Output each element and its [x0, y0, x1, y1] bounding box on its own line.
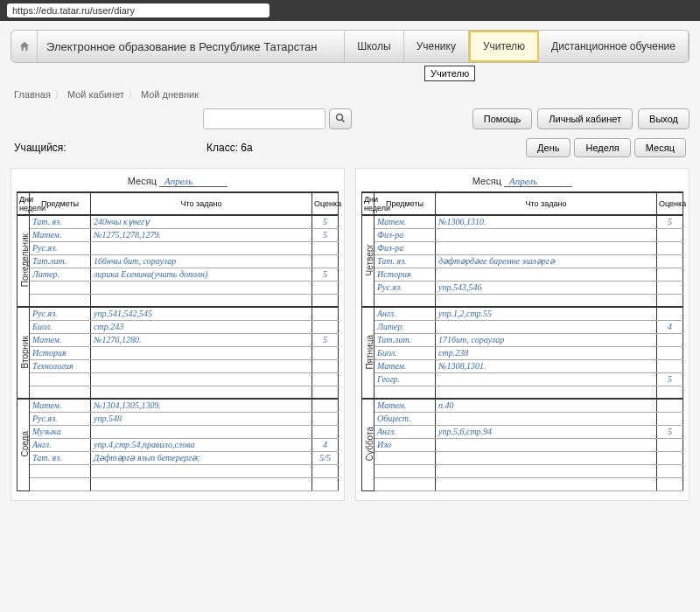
table-row: История: [18, 346, 339, 359]
table-row: Физ-ра: [362, 241, 683, 254]
grade-cell: [657, 294, 683, 307]
view-week-button[interactable]: Неделя: [574, 138, 630, 157]
grade-cell: [657, 359, 683, 372]
month-value: Апрель: [159, 176, 228, 187]
subject-cell: Рус.яз.: [374, 281, 436, 294]
subject-cell: Общест.: [374, 412, 436, 425]
table-row: Тат.лит.171бит, сораулар: [362, 333, 683, 346]
help-button[interactable]: Помощь: [472, 108, 533, 129]
exit-button[interactable]: Выход: [638, 108, 690, 129]
col-day: Дни недели: [18, 192, 30, 215]
subject-cell: Тат.лит.: [374, 333, 436, 346]
diary-page-left: Месяц Апрель Дни недели Предметы Что зад…: [10, 168, 345, 501]
table-row: Музыка: [18, 425, 339, 438]
subject-cell: История: [30, 346, 91, 359]
day-cell: Четверг 14: [362, 215, 374, 307]
chevron-right-icon: 〉: [54, 89, 64, 100]
table-row: [18, 372, 339, 386]
grade-cell: [312, 294, 339, 307]
homework-cell: упр.541,542,545: [91, 307, 312, 320]
table-row: [18, 294, 339, 307]
homework-cell: упр.548: [91, 412, 312, 425]
subject-cell: Матем.: [374, 399, 436, 412]
breadcrumb-item[interactable]: Главная: [14, 89, 51, 100]
homework-cell: стр.243: [91, 320, 312, 333]
grade-cell: [657, 307, 683, 320]
grade-cell: [312, 425, 339, 438]
subject-cell: [374, 294, 436, 307]
url-bar[interactable]: https://edu.tatar.ru/user/diary: [7, 3, 270, 17]
grade-cell: [657, 464, 683, 477]
subject-cell: Литер.: [30, 268, 91, 281]
subject-cell: [30, 372, 91, 386]
homework-cell: №1304,1305,1309.: [91, 399, 312, 412]
homework-cell: [436, 386, 657, 399]
homework-cell: [91, 346, 312, 359]
student-label: Учащийся:: [14, 142, 206, 154]
nav-tab-3[interactable]: Дистанционное обучение: [539, 31, 689, 62]
col-grade: Оценка: [657, 192, 683, 215]
table-row: Общест.: [362, 412, 683, 425]
grade-cell: [657, 254, 683, 268]
homework-cell: 171бит, сораулар: [436, 333, 657, 346]
month-value: Апрель: [504, 176, 572, 187]
subject-cell: Тат. яз.: [30, 451, 91, 464]
search-button[interactable]: [329, 108, 352, 129]
homework-cell: лирика Есенина(учить дополн): [91, 268, 312, 281]
grade-cell: [657, 438, 683, 451]
view-month-button[interactable]: Месяц: [634, 138, 686, 157]
subject-cell: [30, 281, 91, 294]
grade-cell: [657, 228, 683, 241]
subject-cell: Англ.: [374, 425, 436, 438]
table-row: Понедельник 11Тат. яз.240нчы күнегү5: [18, 215, 339, 228]
subject-cell: Матем.: [30, 228, 91, 241]
subject-cell: [30, 294, 91, 307]
table-row: Вторник 12Рус.яз.упр.541,542,545: [18, 307, 339, 320]
subject-cell: Тат.лит.: [30, 254, 91, 268]
table-row: Физ-ра: [362, 228, 683, 241]
grade-cell: [312, 399, 339, 412]
breadcrumb-item[interactable]: Мой кабинет: [67, 89, 124, 100]
table-row: Литер.лирика Есенина(учить дополн)5: [18, 268, 339, 281]
grade-cell: 5: [312, 215, 339, 228]
table-row: Пятница 15Англ.упр.1,2,стр.55: [362, 307, 683, 320]
table-row: Рус.яз.упр.548: [18, 412, 339, 425]
subject-cell: [374, 477, 436, 490]
grade-cell: [312, 412, 339, 425]
subject-cell: [30, 386, 91, 399]
nav-tab-0[interactable]: Школы: [345, 31, 403, 62]
table-row: [18, 464, 339, 477]
grade-cell: [312, 254, 339, 268]
grade-cell: 5: [657, 425, 683, 438]
grade-cell: 5: [312, 268, 339, 281]
grade-cell: [312, 281, 339, 294]
table-row: Рус.яз.упр.543,546: [362, 281, 683, 294]
homework-cell: [436, 228, 657, 241]
table-row: Литер.4: [362, 320, 683, 333]
nav-tab-1[interactable]: Ученику: [404, 31, 469, 62]
day-cell: Пятница 15: [362, 307, 374, 399]
subject-cell: Рус.яз.: [30, 307, 91, 320]
breadcrumb: Главная〉Мой кабинет〉Мой дневник: [14, 88, 690, 101]
homework-cell: 166нчы бит, сораулар: [91, 254, 312, 268]
table-row: Изо: [362, 438, 683, 451]
search-input[interactable]: [203, 108, 326, 129]
homework-cell: [91, 241, 312, 254]
homework-cell: [91, 477, 312, 490]
subject-cell: [374, 464, 436, 477]
grade-cell: 4: [657, 320, 683, 333]
search-icon: [335, 113, 346, 123]
col-homework: Что задано: [91, 192, 312, 215]
cabinet-button[interactable]: Личный кабинет: [537, 108, 633, 129]
grade-cell: [657, 451, 683, 464]
day-cell: Понедельник 11: [18, 215, 30, 307]
grade-cell: [312, 241, 339, 254]
view-day-button[interactable]: День: [526, 138, 570, 157]
grade-cell: [657, 412, 683, 425]
class-label: Класс: 6а: [206, 142, 526, 154]
table-row: Технология: [18, 359, 339, 372]
nav-tab-2[interactable]: Учителю: [469, 31, 539, 62]
table-row: Четверг 14Матем.№1306,1310.5: [362, 215, 683, 228]
subject-cell: Изо: [374, 438, 436, 451]
home-icon[interactable]: [11, 31, 38, 62]
